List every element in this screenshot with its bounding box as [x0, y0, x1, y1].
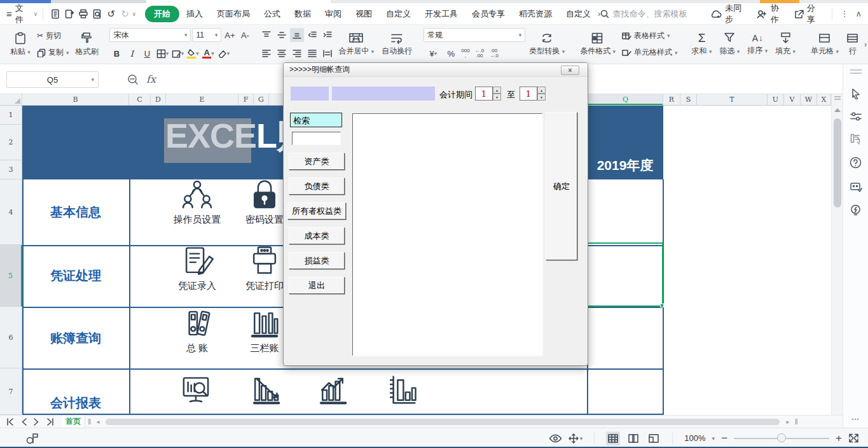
cut-button[interactable]: ✂剪切 [34, 30, 72, 42]
zoom-slider[interactable] [734, 438, 829, 439]
next-sheet-icon[interactable] [33, 418, 39, 426]
row-header-1[interactable]: 1 [0, 106, 22, 125]
paste-button[interactable]: 粘贴 ▾ [6, 27, 34, 61]
font-size-select[interactable]: 11▾ [192, 28, 221, 42]
zoom-out-button[interactable]: − [721, 432, 727, 445]
tab-splitter[interactable]: ‖ [88, 417, 91, 426]
name-box[interactable]: Q5▾ [6, 71, 99, 88]
bold-button[interactable]: B [109, 46, 123, 60]
search-icon[interactable] [600, 10, 609, 18]
declining-chart-shortcut[interactable] [231, 373, 301, 407]
transform-layout-icon[interactable] [850, 134, 862, 144]
underline-button[interactable]: U [140, 46, 154, 60]
sum-button[interactable]: Σ 求和 ▾ [688, 27, 716, 61]
collapse-ribbon-icon[interactable]: ∧ [856, 9, 862, 18]
hscroll-left-icon[interactable]: ◂ [96, 418, 99, 425]
share-button[interactable]: 分享 [807, 3, 823, 25]
assets-category-button[interactable]: 资产类 [289, 153, 345, 170]
new-document-icon[interactable] [48, 7, 62, 21]
sort-button[interactable]: A↓ 排序 ▾ [743, 27, 771, 61]
horizontal-scroll-thumb[interactable] [106, 419, 780, 425]
column-header-X[interactable]: X [817, 94, 831, 106]
select-all-corner[interactable] [0, 94, 22, 106]
profit-loss-category-button[interactable]: 损益类 [289, 252, 345, 269]
ok-button[interactable]: 确定 [546, 112, 577, 260]
zoom-slider-knob[interactable] [777, 433, 786, 442]
page-layout-view-button[interactable] [626, 431, 640, 445]
tab-view[interactable]: 视图 [348, 6, 379, 22]
zoom-formula-icon[interactable] [127, 74, 139, 85]
merge-center-button[interactable]: 合并居中 ▾ [334, 27, 378, 61]
general-ledger-shortcut[interactable]: 总 账 [162, 307, 232, 354]
column-header-B[interactable]: B [22, 94, 129, 106]
sidebar-more-icon[interactable]: ••• [851, 416, 859, 423]
tab-review[interactable]: 审阅 [318, 6, 348, 22]
zoom-caret-icon[interactable]: ▾ [712, 435, 715, 442]
vertical-scrollbar[interactable] [831, 94, 843, 415]
decrease-decimal-button[interactable]: .00→.0 [487, 47, 500, 60]
table-style-button[interactable]: 表格样式▾ [619, 30, 680, 42]
type-convert-button[interactable]: 类型转换 ▾ [525, 27, 568, 61]
account-list-box[interactable] [352, 113, 542, 356]
tab-developer[interactable]: 开发工具 [418, 6, 465, 22]
dialog-search-input[interactable] [292, 132, 341, 145]
redo-icon[interactable]: ↻ [118, 7, 132, 21]
spin-up-icon[interactable]: ▲ [537, 87, 546, 94]
cursor-tool-icon[interactable] [850, 88, 862, 99]
column-header-F[interactable]: F [238, 94, 254, 106]
liabilities-category-button[interactable]: 负债类 [289, 178, 345, 195]
row-header-3[interactable]: 3 [0, 160, 22, 179]
sheet-tab-home[interactable]: 首页 [62, 416, 85, 428]
row-button[interactable]: 行 [843, 27, 863, 61]
border-draw-button[interactable]: ▾ [170, 46, 184, 60]
subject-combo-small[interactable] [291, 87, 329, 101]
smart-bulb-icon[interactable] [850, 204, 862, 216]
dialog-close-button[interactable]: × [561, 66, 579, 75]
file-caret-icon[interactable]: ∨ [34, 11, 38, 17]
decrease-font-button[interactable]: A- [238, 28, 252, 42]
align-middle-icon[interactable] [275, 28, 289, 42]
column-header-G[interactable]: G [254, 94, 269, 106]
font-name-select[interactable]: 宋体▾ [109, 28, 191, 42]
move-mode-button[interactable]: ▾ [568, 433, 583, 444]
align-top-icon[interactable] [259, 28, 273, 42]
spin-down-icon[interactable]: ▼ [537, 94, 546, 101]
tab-member[interactable]: 会员专享 [465, 6, 512, 22]
export-icon[interactable] [62, 7, 76, 21]
help-icon[interactable] [850, 157, 862, 169]
align-left-icon[interactable] [259, 46, 273, 60]
collaborate-icon[interactable] [757, 10, 768, 18]
copy-button[interactable]: 复制▾ [34, 46, 72, 59]
align-right-icon[interactable] [290, 46, 304, 60]
hscroll-right-icon[interactable]: ▸ [786, 418, 789, 425]
cells-button[interactable]: 单元格 ▾ [807, 27, 843, 61]
axis-chart-shortcut[interactable] [366, 373, 436, 407]
fx-icon[interactable]: fx [146, 73, 156, 85]
decrease-indent-icon[interactable] [305, 28, 319, 42]
voucher-entry-shortcut[interactable]: 凭证录入 [162, 244, 232, 292]
tab-data[interactable]: 数据 [287, 6, 318, 22]
rising-chart-shortcut[interactable] [298, 373, 368, 407]
more-menu-icon[interactable]: ⋮ [841, 9, 849, 18]
sync-status[interactable]: 未同步 [725, 3, 750, 25]
column-header-V[interactable]: V [784, 94, 801, 106]
column-header-C[interactable]: C [129, 94, 151, 106]
cost-category-button[interactable]: 成本类 [289, 227, 345, 244]
percent-button[interactable]: % [444, 46, 458, 60]
operator-settings-shortcut[interactable]: 操作员设置 [162, 178, 232, 226]
increase-indent-icon[interactable] [320, 28, 334, 42]
macro-record-icon[interactable] [25, 433, 39, 444]
borders-button[interactable]: ▾ [155, 46, 169, 60]
cloud-sync-icon[interactable] [710, 10, 722, 18]
print-icon[interactable] [76, 7, 90, 21]
zoom-in-button[interactable]: + [836, 432, 842, 445]
last-sheet-icon[interactable] [45, 418, 54, 426]
equity-category-button[interactable]: 所有者权益类 [287, 202, 346, 220]
toolbar-overflow-icon[interactable]: › [864, 39, 867, 49]
file-menu[interactable]: 文件 [15, 3, 32, 25]
dialog-title-bar[interactable]: >>>>>明细帐查询 [284, 63, 588, 77]
vertical-scroll-thumb[interactable] [834, 118, 841, 207]
tab-formulas[interactable]: 公式 [257, 6, 287, 22]
settings-sliders-icon[interactable] [850, 111, 862, 122]
normal-view-button[interactable] [606, 431, 620, 445]
